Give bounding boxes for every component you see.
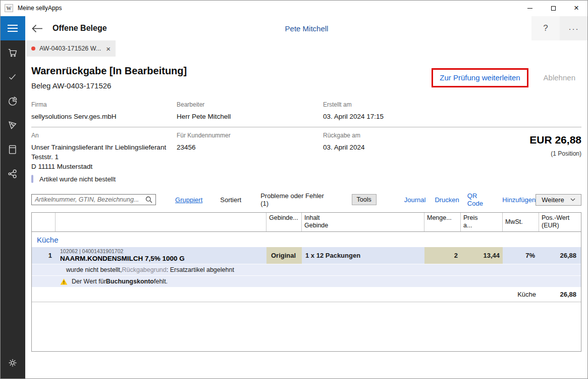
- qr-code-link[interactable]: QR Code: [467, 192, 495, 207]
- highlight-annotation: Zur Prüfung weiterleiten: [432, 68, 528, 87]
- tab-document[interactable]: AW-0403-171526 W... ×: [26, 40, 116, 57]
- article-note-row: wurde nicht bestellt, Rückgabegrund : Er…: [32, 264, 581, 275]
- col-mwst[interactable]: MwSt.: [503, 213, 539, 231]
- table-empty-area: [32, 302, 581, 351]
- col-gebinde[interactable]: Gebinde...: [266, 213, 302, 231]
- article-warning-row: Der Wert für Buchungskonto fehlt.: [32, 275, 581, 287]
- minimize-icon: [527, 8, 532, 9]
- gear-icon: [7, 357, 18, 368]
- reject-button[interactable]: Ablehnen: [544, 73, 575, 82]
- document-number: Beleg AW-0403-171526: [31, 81, 187, 90]
- book-icon: [7, 144, 18, 155]
- close-button[interactable]: ×: [565, 0, 588, 16]
- erstellt-am-value: 03. April 2024 17:15: [323, 112, 581, 121]
- weitere-dropdown[interactable]: Weitere: [536, 194, 581, 206]
- mwst-cell: 7%: [503, 247, 539, 264]
- toolbar: Gruppiert Sortiert Probleme oder Fehler …: [31, 194, 581, 206]
- tab-strip: AW-0403-171526 W... ×: [25, 40, 588, 57]
- position-count: (1 Position): [430, 150, 581, 157]
- pennant-icon: [7, 120, 18, 131]
- col-menge[interactable]: Menge...: [424, 213, 461, 231]
- rueckgabe-am-label: Rückgabe am: [323, 132, 430, 139]
- notice-bar-icon: [31, 175, 33, 183]
- total-amount: EUR 26,88: [430, 134, 581, 146]
- check-icon: [7, 71, 18, 82]
- an-label: An: [31, 132, 177, 139]
- sidebar-item-tasks[interactable]: [0, 65, 25, 89]
- kundennummer-value: 23456: [177, 143, 323, 152]
- article-search: [31, 194, 156, 205]
- bearbeiter-value: Herr Pete Mitchell: [177, 112, 323, 121]
- menge-cell[interactable]: 2: [424, 247, 461, 264]
- help-button[interactable]: ?: [531, 16, 560, 40]
- sidebar: [0, 16, 25, 379]
- erstellt-am-label: Erstellt am: [323, 101, 581, 108]
- col-inhalt-gebinde[interactable]: InhaltGebinde: [302, 213, 424, 231]
- maximize-icon: [551, 6, 556, 11]
- bearbeiter-label: Bearbeiter: [177, 101, 323, 108]
- probleme-oder-fehler-link[interactable]: Probleme oder Fehler (1): [260, 192, 333, 207]
- main-area: Offene Belege Pete Mitchell ? ··· AW-040…: [25, 16, 588, 379]
- cart-icon: [7, 47, 18, 58]
- app-logo-icon: W: [5, 4, 13, 12]
- search-icon[interactable]: [145, 196, 152, 203]
- col-article: [56, 213, 266, 231]
- sidebar-item-reports[interactable]: [0, 89, 25, 113]
- an-value: Unser Trainingslieferant Ihr Lieblingsli…: [31, 143, 177, 171]
- maximize-button[interactable]: [542, 0, 565, 16]
- kundennummer-label: Für Kundennummer: [177, 132, 323, 139]
- group-label: Küche: [37, 235, 59, 244]
- gebinde-cell[interactable]: Original: [266, 247, 302, 264]
- title-bar: W Meine sellyApps ×: [0, 0, 588, 16]
- document-title: Warenrückgabe [In Bearbeitung]: [31, 64, 187, 78]
- row-number: 1: [32, 252, 56, 259]
- subtotal-label: Küche: [503, 291, 539, 298]
- group-header-row[interactable]: Küche: [32, 232, 581, 247]
- col-pos-wert[interactable]: Pos.-Wert(EUR): [539, 213, 582, 231]
- preis-cell[interactable]: 13,44: [461, 247, 503, 264]
- table-header: Gebinde... InhaltGebinde Menge... Preisa…: [32, 213, 581, 232]
- window-title: Meine sellyApps: [18, 5, 62, 12]
- rueckgabegrund-label: Rückgabegrund: [122, 266, 166, 273]
- sidebar-item-catalog[interactable]: [0, 137, 25, 162]
- firma-label: Firma: [31, 101, 177, 108]
- sidebar-item-settings[interactable]: [0, 351, 25, 375]
- sortiert-link[interactable]: Sortiert: [220, 196, 241, 204]
- hinzufuegen-link[interactable]: Hinzufügen: [502, 196, 536, 204]
- col-preis[interactable]: Preisa...: [461, 213, 503, 231]
- tab-label: AW-0403-171526 W...: [39, 45, 101, 52]
- pie-chart-icon: [7, 96, 18, 107]
- journal-link[interactable]: Journal: [404, 196, 426, 204]
- drucken-link[interactable]: Drucken: [435, 196, 459, 204]
- positions-table: Gebinde... InhaltGebinde Menge... Preisa…: [31, 212, 581, 352]
- forward-for-review-button[interactable]: Zur Prüfung weiterleiten: [440, 73, 520, 82]
- notice-text: Artikel wurde nicht bestellt: [39, 175, 116, 183]
- article-row[interactable]: 1 102062 | 04001431901702 NAARM.KONDENSM…: [32, 247, 581, 264]
- rueckgabe-am-value: 03. April 2024: [323, 143, 430, 152]
- sidebar-item-network[interactable]: [0, 162, 25, 186]
- sidebar-item-cart[interactable]: [0, 40, 25, 65]
- gruppiert-link[interactable]: Gruppiert: [175, 196, 202, 204]
- warning-field-name: Buchungskonto: [106, 278, 154, 285]
- more-options-button[interactable]: ···: [560, 16, 588, 40]
- firma-value: sellysolutions Serv.ges.mbH: [31, 112, 177, 121]
- minimize-button[interactable]: [518, 0, 542, 16]
- share-icon: [7, 168, 18, 179]
- group-subtotal-row: Küche 26,88: [32, 287, 581, 302]
- tab-close-icon[interactable]: ×: [106, 45, 111, 53]
- tools-button[interactable]: Tools: [352, 194, 377, 205]
- article-code: 102062 | 04001431901702: [60, 248, 266, 254]
- user-name[interactable]: Pete Mitchell: [25, 24, 588, 33]
- article-name: NAARM.KONDENSMILCH 7,5% 1000 G: [60, 255, 266, 263]
- chevron-down-icon: [570, 198, 575, 201]
- search-input[interactable]: [35, 196, 145, 203]
- sidebar-item-offers[interactable]: [0, 113, 25, 137]
- unsaved-dot-icon: [31, 46, 35, 51]
- col-rownum: [32, 213, 56, 231]
- menu-button[interactable]: [0, 16, 25, 40]
- pos-wert-cell: 26,88: [539, 247, 582, 264]
- app-bar: Offene Belege Pete Mitchell ? ···: [25, 16, 588, 40]
- subtotal-value: 26,88: [539, 291, 582, 298]
- hamburger-icon: [8, 25, 18, 26]
- inhalt-gebinde-cell: 1 x 12 Packungen: [302, 252, 424, 259]
